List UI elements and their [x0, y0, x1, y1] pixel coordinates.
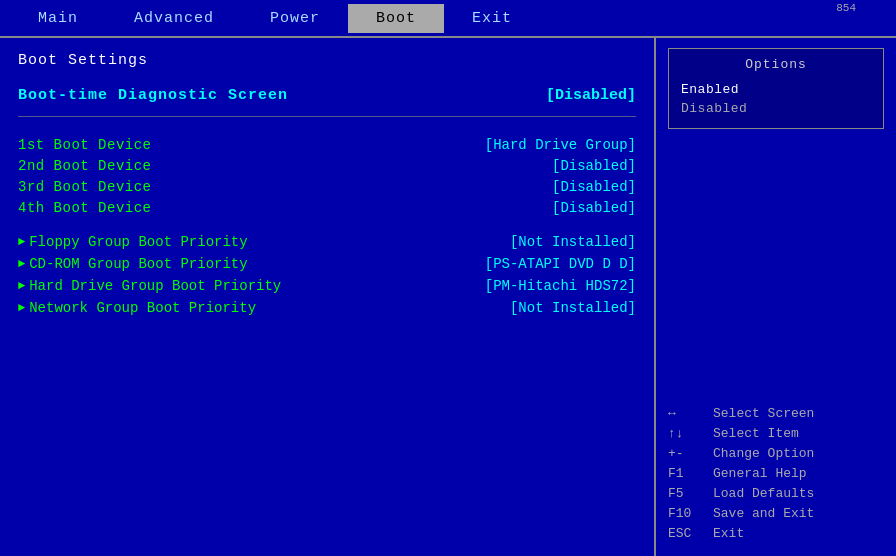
desc-change-option: Change Option — [713, 446, 814, 461]
boot-device-1-label: 1st Boot Device — [18, 137, 152, 153]
option-disabled[interactable]: Disabled — [681, 101, 871, 116]
shortcut-change-option: +- Change Option — [668, 446, 884, 461]
hdd-priority-value: [PM-Hitachi HDS72] — [485, 278, 636, 294]
top-bar: Main Advanced Power Boot Exit 854 — [0, 0, 896, 38]
network-priority-value: [Not Installed] — [510, 300, 636, 316]
left-panel: Boot Settings Boot-time Diagnostic Scree… — [0, 38, 656, 556]
cdrom-priority-label: CD-ROM Group Boot Priority — [29, 256, 247, 272]
shortcut-f5: F5 Load Defaults — [668, 486, 884, 501]
key-f10: F10 — [668, 506, 703, 521]
main-setting-row[interactable]: Boot-time Diagnostic Screen [Disabled] — [18, 87, 636, 117]
hdd-priority-label: Hard Drive Group Boot Priority — [29, 278, 281, 294]
shortcut-esc: ESC Exit — [668, 526, 884, 541]
boot-device-4-value: [Disabled] — [552, 200, 636, 216]
option-enabled[interactable]: Enabled — [681, 82, 871, 97]
shortcut-f10: F10 Save and Exit — [668, 506, 884, 521]
desc-general-help: General Help — [713, 466, 807, 481]
boot-diagnostic-value: [Disabled] — [546, 87, 636, 104]
shortcut-select-screen: ↔ Select Screen — [668, 406, 884, 421]
table-row[interactable]: ► Network Group Boot Priority [Not Insta… — [18, 300, 636, 316]
boot-device-4-label: 4th Boot Device — [18, 200, 152, 216]
nav-item-exit[interactable]: Exit — [444, 4, 540, 33]
nav-menu: Main Advanced Power Boot Exit — [0, 4, 896, 33]
floppy-priority-label: Floppy Group Boot Priority — [29, 234, 247, 250]
boot-device-3-value: [Disabled] — [552, 179, 636, 195]
group-priority-section: ► Floppy Group Boot Priority [Not Instal… — [18, 234, 636, 316]
boot-device-2-value: [Disabled] — [552, 158, 636, 174]
network-priority-label: Network Group Boot Priority — [29, 300, 256, 316]
desc-select-screen: Select Screen — [713, 406, 814, 421]
key-arrows-lr: ↔ — [668, 406, 703, 421]
desc-save-exit: Save and Exit — [713, 506, 814, 521]
options-box: Options Enabled Disabled — [668, 48, 884, 129]
cdrom-priority-value: [PS-ATAPI DVD D D] — [485, 256, 636, 272]
boot-device-3-label: 3rd Boot Device — [18, 179, 152, 195]
nav-item-boot[interactable]: Boot — [348, 4, 444, 33]
shortcuts-section: ↔ Select Screen ↑↓ Select Item +- Change… — [668, 396, 884, 546]
boot-device-1-value: [Hard Drive Group] — [485, 137, 636, 153]
arrow-icon-3: ► — [18, 279, 25, 293]
table-row[interactable]: ► Hard Drive Group Boot Priority [PM-Hit… — [18, 278, 636, 294]
key-f1: F1 — [668, 466, 703, 481]
key-esc: ESC — [668, 526, 703, 541]
right-panel: Options Enabled Disabled ↔ Select Screen… — [656, 38, 896, 556]
boot-devices-list: 1st Boot Device [Hard Drive Group] 2nd B… — [18, 137, 636, 216]
arrow-icon-1: ► — [18, 235, 25, 249]
desc-select-item: Select Item — [713, 426, 799, 441]
shortcut-f1: F1 General Help — [668, 466, 884, 481]
key-f5: F5 — [668, 486, 703, 501]
boot-diagnostic-label: Boot-time Diagnostic Screen — [18, 87, 288, 104]
desc-load-defaults: Load Defaults — [713, 486, 814, 501]
key-arrows-ud: ↑↓ — [668, 426, 703, 441]
arrow-icon-4: ► — [18, 301, 25, 315]
nav-item-main[interactable]: Main — [10, 4, 106, 33]
content-wrapper: Boot Settings Boot-time Diagnostic Scree… — [0, 38, 896, 556]
boot-device-2-label: 2nd Boot Device — [18, 158, 152, 174]
desc-exit: Exit — [713, 526, 744, 541]
shortcut-select-item: ↑↓ Select Item — [668, 426, 884, 441]
table-row[interactable]: 1st Boot Device [Hard Drive Group] — [18, 137, 636, 153]
table-row[interactable]: ► Floppy Group Boot Priority [Not Instal… — [18, 234, 636, 250]
section-title: Boot Settings — [18, 52, 636, 69]
floppy-priority-value: [Not Installed] — [510, 234, 636, 250]
table-row[interactable]: 2nd Boot Device [Disabled] — [18, 158, 636, 174]
table-row[interactable]: 3rd Boot Device [Disabled] — [18, 179, 636, 195]
table-row[interactable]: 4th Boot Device [Disabled] — [18, 200, 636, 216]
options-title: Options — [681, 57, 871, 72]
key-plus-minus: +- — [668, 446, 703, 461]
arrow-icon-2: ► — [18, 257, 25, 271]
nav-item-advanced[interactable]: Advanced — [106, 4, 242, 33]
top-indicator: 854 — [836, 2, 856, 14]
nav-item-power[interactable]: Power — [242, 4, 348, 33]
table-row[interactable]: ► CD-ROM Group Boot Priority [PS-ATAPI D… — [18, 256, 636, 272]
